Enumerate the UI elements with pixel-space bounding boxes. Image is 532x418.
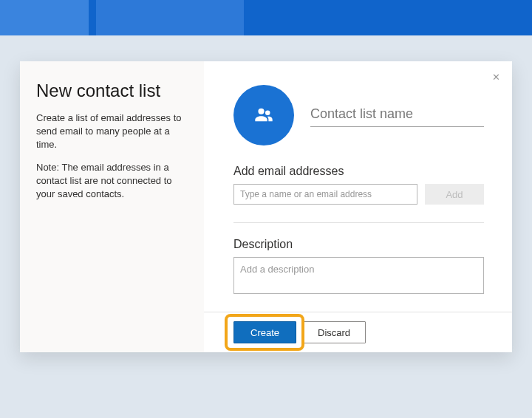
- modal-footer: Create Discard: [204, 312, 512, 352]
- discard-button[interactable]: Discard: [302, 321, 366, 343]
- divider: [233, 222, 484, 223]
- close-icon[interactable]: ✕: [488, 70, 503, 85]
- modal-description: Create a list of email addresses to send…: [36, 112, 188, 152]
- contact-list-name-input[interactable]: [310, 103, 484, 127]
- email-address-input[interactable]: [233, 184, 417, 205]
- contact-list-avatar: [233, 85, 294, 145]
- create-button[interactable]: Create: [233, 321, 296, 343]
- description-textarea[interactable]: [233, 257, 484, 294]
- modal-note: Note: The email addresses in a contact l…: [36, 161, 188, 202]
- people-icon: [253, 105, 274, 126]
- modal-title: New contact list: [36, 80, 188, 101]
- description-section-label: Description: [233, 238, 484, 251]
- header-row: [233, 85, 484, 145]
- background-header-accent: [0, 0, 89, 35]
- modal-right-panel: ✕ Add email addresses Add Description Cr…: [204, 61, 512, 352]
- email-row: Add: [233, 184, 484, 205]
- new-contact-list-modal: New contact list Create a list of email …: [20, 61, 512, 352]
- add-button[interactable]: Add: [425, 184, 484, 205]
- email-section-label: Add email addresses: [233, 165, 484, 178]
- modal-left-panel: New contact list Create a list of email …: [20, 61, 204, 352]
